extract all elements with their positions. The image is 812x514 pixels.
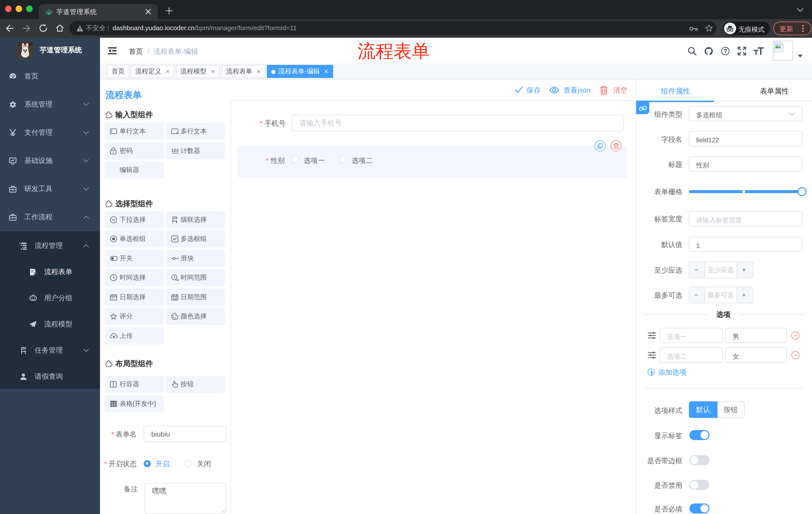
- svg-text:123: 123: [171, 148, 178, 153]
